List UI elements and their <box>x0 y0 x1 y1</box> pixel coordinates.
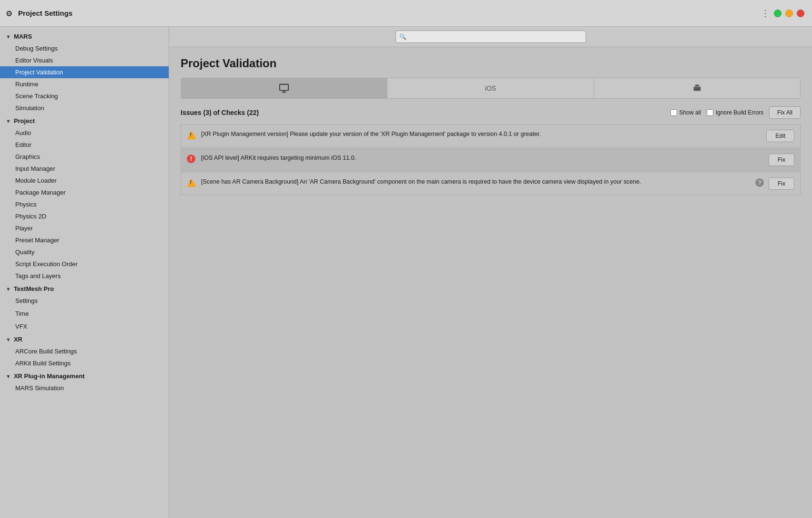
issue-text: [Scene has AR Camera Background] An 'AR … <box>201 177 751 186</box>
svg-rect-0 <box>280 84 288 91</box>
issues-summary: Issues (3) of Checks (22) <box>181 109 665 116</box>
settings-icon: ⚙ <box>6 9 14 18</box>
show-all-label: Show all <box>680 109 701 116</box>
arrow-icon: ▼ <box>6 337 11 342</box>
show-all-checkbox[interactable] <box>670 109 677 116</box>
issue-row-issue-2: ![iOS API level] ARKit requires targetin… <box>181 148 801 171</box>
ios-label: iOS <box>485 84 496 92</box>
ignore-build-errors-group: Ignore Build Errors <box>707 109 763 116</box>
sidebar-group-textmesh-pro: ▼TextMesh ProSettings <box>0 283 169 307</box>
issues-bar: Issues (3) of Checks (22) Show all Ignor… <box>181 106 801 119</box>
warning-triangle-icon <box>187 131 196 139</box>
content-area: 🔍 Project Validation iOS <box>169 27 812 518</box>
search-icon: 🔍 <box>399 33 406 40</box>
ignore-build-errors-checkbox[interactable] <box>707 109 713 116</box>
sidebar-item-physics-2d[interactable]: Physics 2D <box>0 210 169 222</box>
arrow-icon: ▼ <box>6 118 11 124</box>
arrow-icon: ▼ <box>6 373 11 379</box>
page-title: Project Validation <box>181 57 801 70</box>
sidebar-item-debug-settings[interactable]: Debug Settings <box>0 42 169 54</box>
sidebar-item-tags-and-layers[interactable]: Tags and Layers <box>0 270 169 282</box>
edit-button[interactable]: Edit <box>766 130 794 142</box>
svg-point-4 <box>698 88 699 89</box>
sidebar-group-project: ▼ProjectAudioEditorGraphicsInput Manager… <box>0 115 169 282</box>
window-controls: ⋮ <box>761 8 804 19</box>
tab-android[interactable] <box>594 78 800 98</box>
arrow-icon: ▼ <box>6 286 11 292</box>
sidebar-item-module-loader[interactable]: Module Loader <box>0 175 169 186</box>
fix-button[interactable]: Fix <box>769 154 794 166</box>
platform-tabs: iOS <box>181 78 801 99</box>
sidebar-item-time[interactable]: Time <box>0 308 169 320</box>
show-all-group: Show all <box>670 109 701 116</box>
sidebar-group-vfx: VFX <box>0 321 169 332</box>
sidebar-item-script-execution-order[interactable]: Script Execution Order <box>0 258 169 270</box>
sidebar-item-project-validation[interactable]: Project Validation <box>0 66 169 78</box>
search-wrapper: 🔍 <box>396 31 586 43</box>
issue-text: [iOS API level] ARKit requires targeting… <box>201 154 764 163</box>
warning-triangle-icon <box>187 178 196 187</box>
sidebar-item-scene-tracking[interactable]: Scene Tracking <box>0 90 169 102</box>
kebab-menu-icon[interactable]: ⋮ <box>761 8 770 19</box>
sidebar-item-physics[interactable]: Physics <box>0 198 169 210</box>
sidebar-group-xr: ▼XRARCore Build SettingsARKit Build Sett… <box>0 333 169 369</box>
sidebar-item-runtime[interactable]: Runtime <box>0 78 169 90</box>
main-layout: ▼MARSDebug SettingsEditor VisualsProject… <box>0 27 812 518</box>
sidebar-group-header-xr-plugin-management[interactable]: ▼XR Plug-in Management <box>0 370 169 382</box>
sidebar-item-vfx[interactable]: VFX <box>0 321 169 332</box>
minimize-button[interactable] <box>785 10 793 17</box>
sidebar-item-audio[interactable]: Audio <box>0 127 169 139</box>
error-icon: ! <box>187 154 196 164</box>
issues-list: [XR Plugin Management version] Please up… <box>181 124 801 195</box>
warning-icon <box>187 178 196 187</box>
help-icon[interactable]: ? <box>755 178 764 187</box>
sidebar-item-input-manager[interactable]: Input Manager <box>0 163 169 175</box>
issue-text: [XR Plugin Management version] Please up… <box>201 130 761 139</box>
sidebar-group-mars: ▼MARSDebug SettingsEditor VisualsProject… <box>0 31 169 114</box>
tab-ios[interactable]: iOS <box>387 78 594 98</box>
sidebar-item-editor-visuals[interactable]: Editor Visuals <box>0 54 169 66</box>
sidebar-group-time: Time <box>0 308 169 320</box>
sidebar-group-xr-plugin-management: ▼XR Plug-in ManagementMARS Simulation <box>0 370 169 394</box>
sidebar-item-player[interactable]: Player <box>0 222 169 234</box>
sidebar-item-settings[interactable]: Settings <box>0 295 169 307</box>
fix-button[interactable]: Fix <box>769 177 794 190</box>
sidebar-item-mars-simulation[interactable]: MARS Simulation <box>0 382 169 394</box>
maximize-button[interactable] <box>774 10 782 17</box>
sidebar: ▼MARSDebug SettingsEditor VisualsProject… <box>0 27 169 518</box>
tab-desktop[interactable] <box>181 78 387 98</box>
sidebar-item-editor[interactable]: Editor <box>0 139 169 151</box>
window-title: Project Settings <box>18 9 72 17</box>
issue-row-issue-1: [XR Plugin Management version] Please up… <box>181 124 801 147</box>
sidebar-item-preset-manager[interactable]: Preset Manager <box>0 234 169 246</box>
sidebar-item-quality[interactable]: Quality <box>0 246 169 258</box>
titlebar: ⚙ Project Settings ⋮ <box>0 0 812 27</box>
close-button[interactable] <box>797 10 804 17</box>
svg-point-3 <box>695 88 696 89</box>
android-icon <box>692 83 702 93</box>
search-input[interactable] <box>396 31 586 43</box>
issue-row-issue-3: [Scene has AR Camera Background] An 'AR … <box>181 172 801 195</box>
ignore-build-errors-label: Ignore Build Errors <box>716 109 763 116</box>
warning-icon <box>187 130 196 140</box>
error-circle-icon: ! <box>187 155 195 163</box>
sidebar-item-simulation[interactable]: Simulation <box>0 102 169 114</box>
monitor-icon <box>279 83 289 93</box>
sidebar-group-header-mars[interactable]: ▼MARS <box>0 31 169 42</box>
sidebar-item-package-manager[interactable]: Package Manager <box>0 186 169 198</box>
search-bar: 🔍 <box>169 27 812 47</box>
sidebar-group-header-project[interactable]: ▼Project <box>0 115 169 127</box>
sidebar-item-graphics[interactable]: Graphics <box>0 151 169 163</box>
fix-all-button[interactable]: Fix All <box>769 106 801 119</box>
page-content: Project Validation iOS <box>169 47 812 518</box>
sidebar-item-arcore-build-settings[interactable]: ARCore Build Settings <box>0 345 169 357</box>
sidebar-item-arkit-build-settings[interactable]: ARKit Build Settings <box>0 357 169 369</box>
sidebar-group-header-textmesh-pro[interactable]: ▼TextMesh Pro <box>0 283 169 295</box>
sidebar-group-header-xr[interactable]: ▼XR <box>0 333 169 345</box>
arrow-icon: ▼ <box>6 34 11 40</box>
